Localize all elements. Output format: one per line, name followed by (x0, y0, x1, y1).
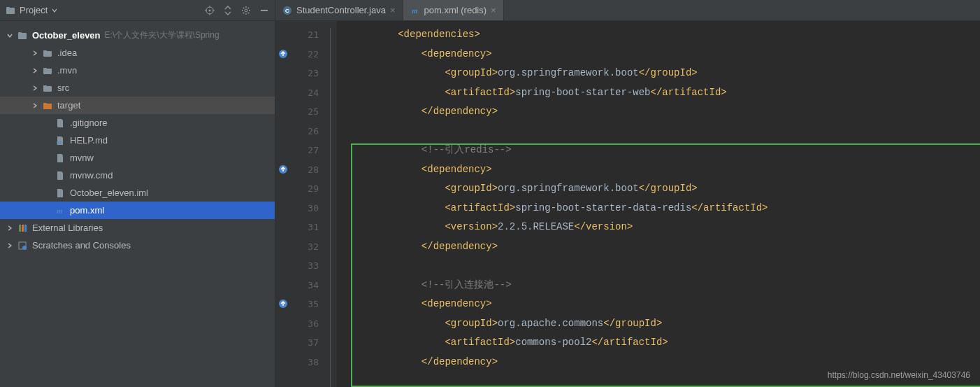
line-number: 30 (275, 199, 319, 218)
external-label: External Libraries (32, 223, 103, 233)
tree-item-label: .idea (57, 48, 77, 58)
tree-item-label: .mvn (57, 65, 77, 76)
svg-rect-25 (24, 225, 27, 232)
tree-item[interactable]: .gitignore (0, 114, 275, 132)
line-number: 27 (275, 141, 319, 160)
svg-rect-11 (18, 32, 22, 34)
svg-rect-19 (43, 103, 47, 105)
line-number: 26 (275, 122, 319, 141)
collapse-icon[interactable] (223, 6, 233, 15)
project-dropdown[interactable]: Project (6, 5, 205, 15)
sidebar-title-label: Project (20, 5, 48, 15)
gutter-override-icon[interactable] (277, 49, 288, 60)
code-line[interactable]: </dependency> (337, 237, 980, 257)
tree-item-label: mvnw.cmd (70, 170, 113, 181)
editor-tab[interactable]: mpom.xml (redis)× (403, 0, 504, 20)
line-number: 29 (275, 179, 319, 199)
svg-text:m: m (412, 6, 418, 15)
folder-icon (17, 30, 28, 41)
tree-item-label: pom.xml (70, 205, 104, 216)
code-line[interactable]: <dependency> (337, 160, 980, 180)
tree-item[interactable]: mvnw.cmd (0, 167, 275, 184)
file-icon (55, 170, 66, 181)
code-line[interactable]: <!--引入redis--> (337, 141, 980, 160)
code-line[interactable]: <!--引入连接池--> (337, 276, 980, 295)
chevron-right-icon[interactable] (31, 84, 39, 92)
code-content[interactable]: <dependencies> <dependency> <groupId>org… (337, 21, 980, 387)
tree-item-label: target (57, 100, 80, 111)
chevron-right-icon[interactable] (31, 101, 39, 110)
editor-tabs: CStudentController.java×mpom.xml (redis)… (275, 0, 980, 21)
tree-item[interactable]: mvnw (0, 149, 275, 167)
file-icon (55, 188, 66, 199)
tree-item[interactable]: .mvn (0, 62, 275, 79)
svg-text:MD: MD (57, 141, 62, 145)
line-number: 24 (275, 83, 319, 103)
tree-item-label: src (57, 83, 69, 93)
file-icon (55, 153, 66, 164)
fold-column (324, 21, 337, 387)
code-line[interactable]: <artifactId>spring-boot-starter-data-red… (337, 199, 980, 218)
tab-label: pom.xml (redis) (424, 5, 487, 15)
code-line[interactable]: <dependency> (337, 45, 980, 64)
chevron-right-icon[interactable] (6, 241, 14, 250)
file-icon (55, 118, 66, 129)
line-number: 21 (275, 25, 319, 45)
chevron-right-icon[interactable] (31, 49, 39, 57)
code-line[interactable]: <dependency> (337, 295, 980, 314)
line-number: 37 (275, 333, 319, 353)
code-line[interactable] (337, 256, 980, 276)
code-line[interactable]: <groupId>org.springframework.boot</group… (337, 64, 980, 83)
gutter-override-icon[interactable] (277, 299, 288, 310)
code-line[interactable]: <artifactId>commons-pool2</artifactId> (337, 333, 980, 353)
gear-icon[interactable] (241, 6, 251, 15)
tab-label: StudentController.java (296, 5, 386, 15)
tree-item[interactable]: October_eleven.iml (0, 184, 275, 202)
tree-item[interactable]: mpom.xml (0, 202, 275, 219)
line-number: 36 (275, 314, 319, 334)
code-line[interactable]: </dependency> (337, 353, 980, 372)
tree-item-label: mvnw (70, 153, 94, 163)
gutter-override-icon[interactable] (277, 164, 288, 176)
svg-rect-17 (43, 85, 47, 87)
tree-item[interactable]: target (0, 97, 275, 114)
minimize-icon[interactable] (259, 6, 269, 15)
code-line[interactable]: <artifactId>spring-boot-starter-web</art… (337, 83, 980, 103)
tree-item-label: October_eleven.iml (70, 188, 148, 198)
code-line[interactable]: <version>2.2.5.RELEASE</version> (337, 218, 980, 237)
folder-icon (42, 48, 53, 59)
editor-body: 212223242526272829303132333435363738 <de… (275, 21, 980, 387)
tree-external-libraries[interactable]: External Libraries (0, 219, 275, 237)
svg-text:C: C (285, 8, 289, 14)
folder-icon (42, 65, 53, 76)
target-icon[interactable] (205, 6, 215, 15)
tree-root[interactable]: October_eleven E:\个人文件夹\大学课程\Spring (0, 27, 275, 44)
code-line[interactable]: <groupId>org.springframework.boot</group… (337, 179, 980, 199)
svg-rect-13 (43, 50, 47, 52)
close-icon[interactable]: × (491, 5, 496, 15)
code-line[interactable]: <groupId>org.apache.commons</groupId> (337, 314, 980, 334)
tree-item[interactable]: .idea (0, 44, 275, 62)
line-number: 38 (275, 353, 319, 372)
editor-tab[interactable]: CStudentController.java× (275, 0, 403, 20)
file-icon: m (55, 205, 66, 216)
project-sidebar: Project October_eleven E:\个人文件夹\大学课程\Spr… (0, 0, 275, 387)
folder-icon (42, 83, 53, 94)
line-number: 33 (275, 256, 319, 276)
code-line[interactable] (337, 122, 980, 141)
chevron-down-icon[interactable] (6, 31, 14, 40)
close-icon[interactable]: × (390, 5, 396, 15)
tree-item[interactable]: src (0, 79, 275, 97)
tab-icon: m (410, 6, 420, 15)
code-line[interactable]: </dependency> (337, 102, 980, 122)
chevron-right-icon[interactable] (31, 66, 39, 75)
tree-scratches[interactable]: Scratches and Consoles (0, 237, 275, 254)
code-line[interactable]: <dependencies> (337, 25, 980, 45)
project-tree: October_eleven E:\个人文件夹\大学课程\Spring .ide… (0, 21, 275, 387)
tree-item[interactable]: MDHELP.md (0, 132, 275, 149)
tab-icon: C (282, 6, 292, 15)
line-number: 34 (275, 276, 319, 295)
svg-point-27 (22, 246, 27, 250)
chevron-right-icon[interactable] (6, 224, 14, 232)
line-gutter: 212223242526272829303132333435363738 (275, 21, 324, 387)
